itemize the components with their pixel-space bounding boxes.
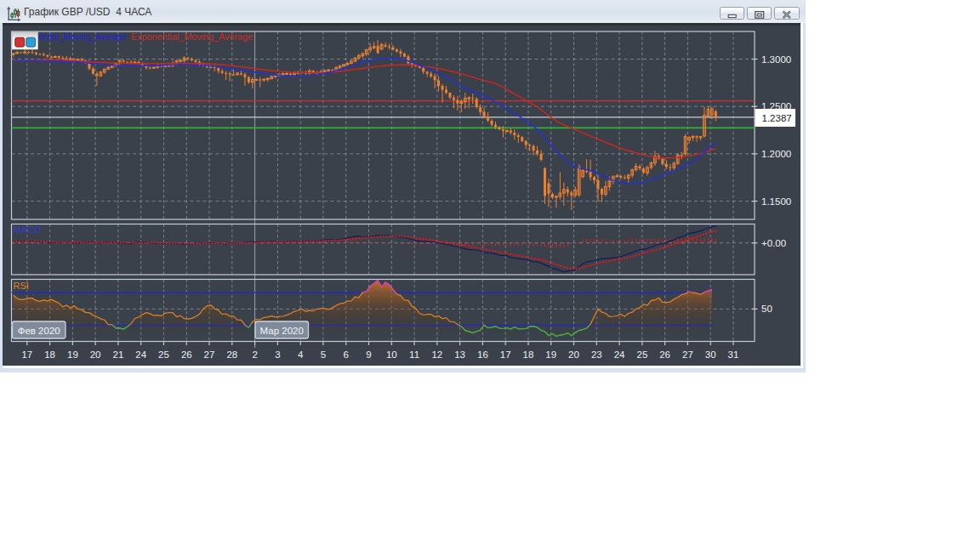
svg-text:50: 50 (761, 304, 772, 314)
svg-text:MACD: MACD (14, 224, 41, 235)
svg-text:20: 20 (568, 349, 579, 360)
svg-text:1.3000: 1.3000 (761, 54, 791, 65)
svg-text:18: 18 (523, 349, 534, 360)
svg-text:30: 30 (705, 349, 716, 360)
svg-text:1.2000: 1.2000 (761, 149, 791, 159)
svg-text:12: 12 (431, 349, 442, 360)
svg-text:16: 16 (477, 349, 488, 360)
svg-text:24: 24 (135, 349, 146, 360)
svg-text:26: 26 (659, 349, 670, 360)
svg-text:RSI: RSI (14, 281, 29, 291)
svg-text:20: 20 (90, 349, 101, 360)
svg-text:1.2387: 1.2387 (762, 113, 792, 123)
svg-text:Фев 2020: Фев 2020 (18, 326, 60, 336)
svg-text:21: 21 (113, 349, 124, 360)
svg-text:11: 11 (409, 349, 419, 360)
svg-text:31: 31 (728, 349, 739, 360)
svg-text:5: 5 (321, 349, 326, 360)
svg-text:27: 27 (682, 349, 693, 360)
svg-text:Exponential_Moving_Average: Exponential_Moving_Average (131, 31, 253, 42)
svg-text:24: 24 (614, 349, 625, 360)
svg-text:18: 18 (44, 349, 55, 360)
svg-text:Мар 2020: Мар 2020 (260, 326, 304, 336)
svg-text:1.1500: 1.1500 (761, 196, 791, 207)
svg-text:13: 13 (454, 349, 465, 360)
svg-text:9: 9 (366, 349, 371, 360)
svg-text:2: 2 (252, 349, 257, 360)
svg-text:+0.00: +0.00 (761, 238, 786, 248)
svg-text:27: 27 (204, 349, 215, 360)
svg-text:ential_Moving_Average: ential_Moving_Average (38, 31, 126, 42)
svg-text:23: 23 (591, 349, 602, 360)
svg-text:6: 6 (343, 349, 348, 360)
svg-text:4: 4 (298, 349, 304, 360)
svg-text:19: 19 (67, 349, 78, 360)
svg-text:28: 28 (226, 349, 237, 360)
svg-text:3: 3 (275, 349, 280, 360)
svg-text:10: 10 (386, 349, 397, 360)
svg-text:26: 26 (181, 349, 192, 360)
svg-text:25: 25 (158, 349, 169, 360)
svg-text:17: 17 (21, 349, 32, 360)
svg-text:19: 19 (545, 349, 556, 360)
svg-text:17: 17 (500, 349, 511, 360)
svg-text:25: 25 (637, 349, 648, 360)
